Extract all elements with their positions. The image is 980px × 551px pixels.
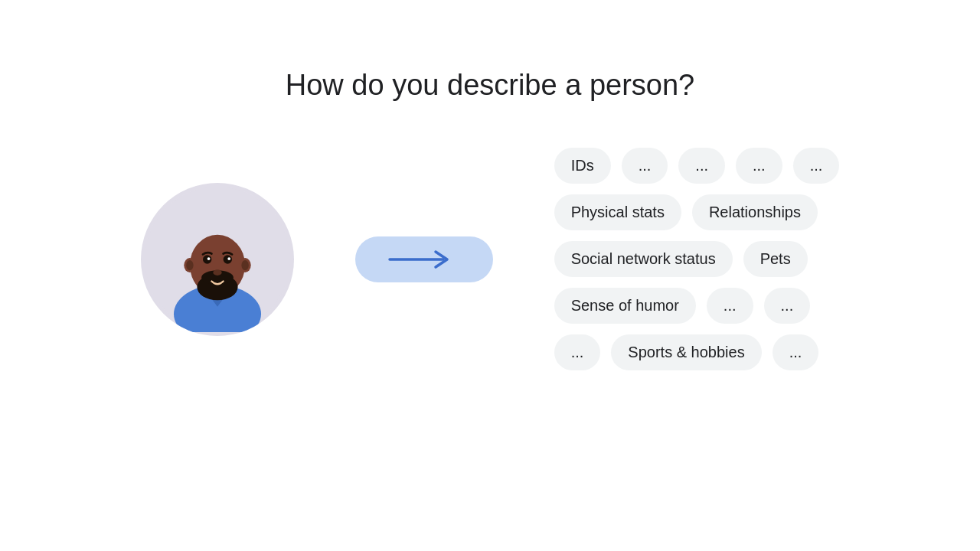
tag-dot6: ...: [764, 288, 811, 324]
svg-point-10: [213, 269, 221, 276]
svg-point-14: [227, 257, 230, 260]
content-area: IDs ... ... ... ... Physical stats Relat…: [0, 148, 980, 370]
tag-relationships: Relationships: [692, 194, 818, 230]
svg-point-7: [241, 259, 249, 269]
tag-social-network: Social network status: [554, 241, 733, 277]
arrow-container: [355, 236, 493, 282]
avatar: [141, 183, 294, 336]
tag-sense-of-humor: Sense of humor: [554, 288, 696, 324]
tag-dot1: ...: [622, 148, 668, 184]
tag-pets: Pets: [743, 241, 808, 277]
svg-point-12: [223, 255, 231, 263]
tag-dot4: ...: [793, 148, 840, 184]
svg-point-6: [186, 259, 194, 269]
svg-point-11: [203, 255, 211, 263]
tag-dot8: ...: [773, 334, 819, 370]
tag-physical-stats: Physical stats: [554, 194, 681, 230]
tag-dot7: ...: [554, 334, 601, 370]
tag-dot5: ...: [707, 288, 753, 324]
tag-ids: IDs: [554, 148, 611, 184]
tags-grid: IDs ... ... ... ... Physical stats Relat…: [554, 148, 840, 370]
tag-dot3: ...: [736, 148, 782, 184]
page-title: How do you describe a person?: [286, 69, 694, 102]
tag-sports-hobbies: Sports & hobbies: [611, 334, 761, 370]
svg-point-13: [207, 257, 210, 260]
arrow-pill: [355, 236, 493, 282]
tag-dot2: ...: [678, 148, 725, 184]
